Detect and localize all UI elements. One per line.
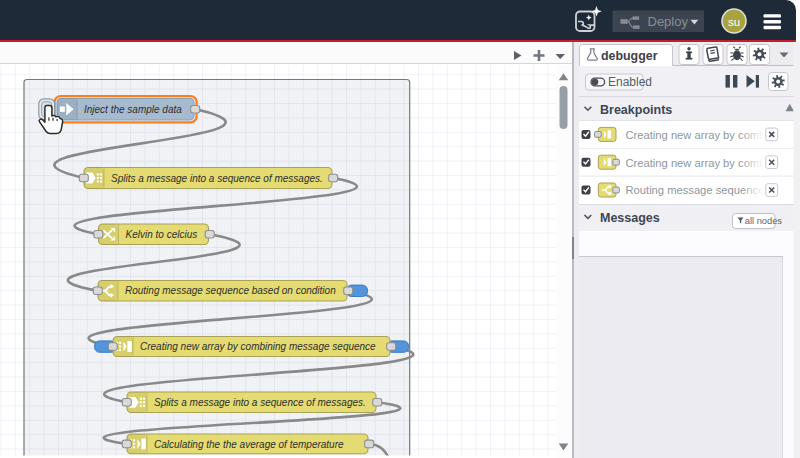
- svg-text:Messages: Messages: [600, 211, 660, 225]
- svg-text:Creating new array by combinin: Creating new array by combining: [626, 157, 790, 169]
- svg-text:Routing message sequence based: Routing message sequence based on condit…: [125, 285, 336, 296]
- svg-text:Enabled: Enabled: [608, 75, 652, 89]
- svg-text:Creating new array by combinin: Creating new array by combining: [626, 129, 790, 141]
- svg-text:all nodes: all nodes: [745, 216, 783, 226]
- svg-text:Splits a message into a sequen: Splits a message into a sequence of mess…: [154, 397, 366, 408]
- svg-text:Inject the sample data: Inject the sample data: [84, 104, 182, 115]
- svg-text:Calculating the the average of: Calculating the the average of temperatu…: [154, 439, 344, 450]
- svg-text:Creating new array by combinin: Creating new array by combining message …: [140, 341, 376, 352]
- svg-text:su: su: [728, 16, 740, 28]
- svg-text:Breakpoints: Breakpoints: [600, 103, 672, 117]
- svg-text:Kelvin to celcius: Kelvin to celcius: [126, 229, 198, 240]
- svg-text:Splits a message into a sequen: Splits a message into a sequence of mess…: [111, 173, 323, 184]
- svg-text:Deploy: Deploy: [648, 14, 689, 29]
- svg-text:debugger: debugger: [601, 49, 658, 63]
